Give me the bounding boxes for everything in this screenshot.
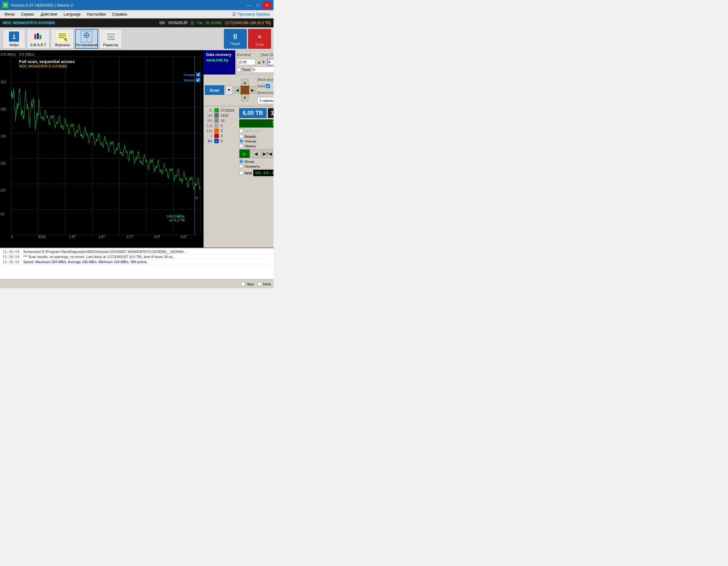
device-name: WDC WD6003FRYZ-01F0DB0 bbox=[3, 21, 157, 25]
smart-button[interactable]: S.M.A.R.T bbox=[27, 29, 50, 49]
svg-text:✕: ✕ bbox=[216, 140, 217, 143]
pause-button[interactable]: ⏸ Пауза bbox=[224, 29, 247, 49]
skip-button[interactable]: ▶?◀ bbox=[262, 149, 273, 158]
tb-pct-row: 6,00 TB 100 % bbox=[239, 108, 274, 118]
verif-radio[interactable] bbox=[239, 134, 243, 138]
svg-rect-5 bbox=[39, 35, 41, 39]
lba-value-row: ▲▼ bbox=[237, 59, 274, 66]
y-label-161: 161 bbox=[1, 162, 6, 165]
stat-bar-25 bbox=[214, 108, 219, 113]
maximize-button[interactable]: □ bbox=[254, 2, 262, 9]
nav-up-button[interactable]: ▲ bbox=[241, 79, 248, 86]
log-entry-2: 11:36:54 Speed: Maximum 264 MB/s. Averag… bbox=[3, 259, 271, 265]
stat-bar-100 bbox=[214, 113, 219, 118]
timeout-row: [timeout,ms] 10000500030000 bbox=[257, 89, 274, 96]
scan-button[interactable]: Scan bbox=[205, 85, 224, 95]
sound-checkbox[interactable] bbox=[241, 282, 245, 286]
read-label: Чтение bbox=[245, 139, 256, 143]
start-lba-label: [Start LBA] bbox=[261, 53, 274, 57]
svg-text:i: i bbox=[12, 33, 16, 40]
nav-down-button[interactable]: ▼ bbox=[241, 94, 248, 101]
menu-item-actions[interactable]: Действия bbox=[38, 11, 61, 17]
write-radio[interactable] bbox=[239, 144, 243, 148]
y-label-53: 53 bbox=[1, 212, 4, 216]
auto-checkbox[interactable] bbox=[266, 84, 270, 88]
fix-radio[interactable] bbox=[239, 164, 243, 168]
sound-check-label[interactable]: Звук bbox=[241, 282, 254, 286]
titlebar: + Victoria 5.37 HDD/SSD | Device 2 — □ ✕ bbox=[0, 0, 274, 10]
info-label: Инфо bbox=[9, 43, 18, 47]
app-icon: + bbox=[3, 2, 8, 8]
read-checkbox-label[interactable]: Чтение bbox=[184, 72, 200, 77]
svg-text:✕: ✕ bbox=[257, 32, 261, 40]
y-max-label: 376 (MB/s) bbox=[19, 53, 35, 56]
info-button[interactable]: i Инфо bbox=[3, 29, 25, 49]
hints-checkbox[interactable] bbox=[258, 282, 262, 286]
minimize-button[interactable]: — bbox=[245, 2, 253, 9]
stop-button[interactable]: ✕ Стоп bbox=[248, 29, 271, 49]
editor-label: Редактор bbox=[103, 43, 118, 47]
menu-item-settings[interactable]: Настройки bbox=[84, 11, 109, 17]
menu-item-menu[interactable]: Меню bbox=[1, 11, 18, 17]
y-axis-unit: 376 (MB/s) bbox=[1, 53, 16, 56]
fix-radio-label[interactable]: Починить bbox=[239, 164, 274, 168]
time-input[interactable] bbox=[237, 59, 256, 65]
stat-row-err: Err ✕ 0 bbox=[205, 139, 237, 143]
read-checkbox[interactable] bbox=[196, 72, 200, 77]
write-radio-label[interactable]: Запись bbox=[239, 144, 274, 148]
svg-rect-9 bbox=[59, 37, 64, 38]
ignore-radio-label[interactable]: Игнор bbox=[239, 159, 274, 163]
scan-dropdown[interactable]: ▼ bbox=[225, 85, 232, 95]
hints-check-label[interactable]: Hints bbox=[258, 282, 271, 286]
rewind-button[interactable]: ◀ bbox=[251, 149, 261, 158]
grid-checkbox[interactable] bbox=[239, 171, 243, 175]
editor-button[interactable]: 010110 110011 101000 Редактор bbox=[99, 29, 122, 49]
menu-item-language[interactable]: Language bbox=[60, 11, 84, 17]
read-radio-label[interactable]: Чтение bbox=[239, 139, 274, 143]
time-spinner[interactable]: ▲▼ bbox=[257, 59, 266, 65]
write-checkbox[interactable] bbox=[196, 78, 200, 82]
editor-icon: 010110 110011 101000 bbox=[105, 31, 116, 42]
lba-controls: [End time] [Start LBA] CUR [End LBA] CUR… bbox=[235, 50, 274, 74]
grid-display: 00:00:00:00 bbox=[253, 169, 274, 176]
ignore-label: Игнор bbox=[245, 160, 254, 163]
hints-label: Hints bbox=[263, 282, 271, 286]
y-label-323: 323 bbox=[1, 80, 6, 84]
view-buffer-button[interactable]: ☰ Просмотр буфера bbox=[230, 11, 272, 17]
divider-1 bbox=[204, 106, 274, 106]
stat-value-err: 0 bbox=[221, 139, 223, 143]
screenshots-row: 3 скриншота1 скриншот5 скриншотов bbox=[257, 97, 274, 104]
timer-checkbox-label[interactable]: Timer bbox=[237, 68, 251, 72]
write-checkbox-label[interactable]: Запись bbox=[184, 78, 200, 82]
ddd-checkbox[interactable] bbox=[239, 129, 243, 133]
speed-note: 146,6 MB/s on 5,2 TB bbox=[167, 214, 184, 222]
timer-checkbox[interactable] bbox=[237, 68, 241, 72]
ignore-radio[interactable] bbox=[239, 159, 243, 163]
speed-value: 146,6 MB/s bbox=[167, 214, 184, 218]
total-size-display: 6,00 TB bbox=[239, 108, 267, 118]
nav-right-button[interactable]: ▶ bbox=[249, 86, 256, 93]
start-lba-input[interactable] bbox=[267, 59, 274, 65]
y-label-215: 215 bbox=[1, 135, 6, 138]
stat-row-3s: 3,0s 0 bbox=[205, 128, 237, 133]
close-button[interactable]: ✕ bbox=[263, 2, 271, 9]
journals-button[interactable]: Журналы bbox=[51, 29, 74, 49]
menu-item-help[interactable]: Справка bbox=[109, 11, 130, 17]
write-label: Запись bbox=[184, 78, 195, 82]
timer-value-input[interactable] bbox=[252, 66, 274, 73]
graph-subtitle: WDC WD6003FRYZ-01F0DB0 bbox=[19, 64, 67, 68]
stat-value-250: 16 bbox=[221, 119, 225, 122]
device-close-button[interactable]: x bbox=[190, 21, 195, 25]
stat-label-err: Err bbox=[205, 139, 212, 143]
log-entry-0: 11:36:54 Screenshot D:\Program Files\Dia… bbox=[3, 249, 271, 254]
test-button[interactable]: + Тестирование bbox=[75, 29, 98, 49]
screenshots-select[interactable]: 3 скриншота1 скриншот5 скриншотов bbox=[257, 97, 274, 104]
menu-item-service[interactable]: Сервис bbox=[18, 11, 37, 17]
x-label-37t: 3,7T bbox=[127, 235, 133, 238]
read-radio[interactable] bbox=[239, 139, 243, 143]
verif-radio-label[interactable]: Вериф. bbox=[239, 134, 274, 138]
x-label-923g: 923G bbox=[38, 235, 46, 238]
x-label-55t: 5,5T bbox=[181, 235, 187, 238]
play-button[interactable]: ▶ bbox=[239, 149, 250, 158]
nav-left-button[interactable]: ◀ bbox=[234, 86, 241, 93]
